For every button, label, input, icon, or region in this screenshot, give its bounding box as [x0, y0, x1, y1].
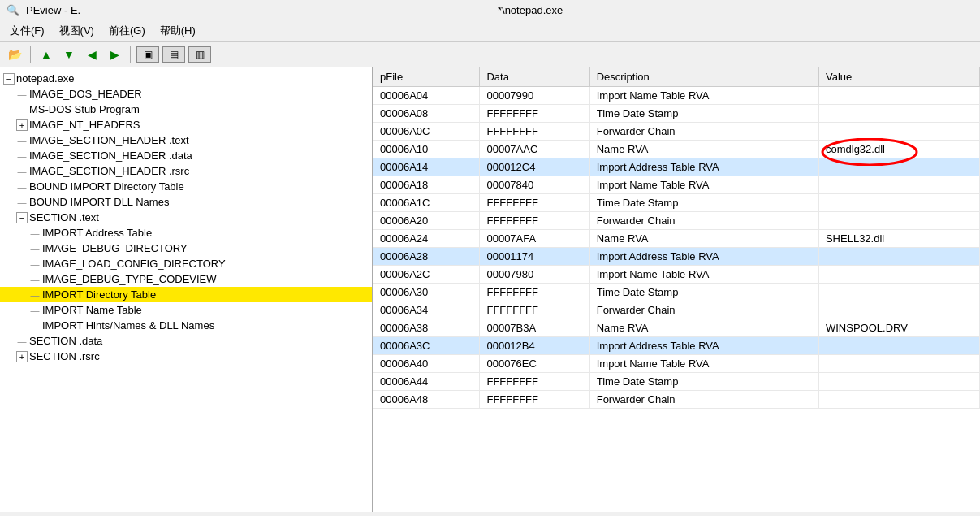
- menu-item-g[interactable]: 前往(G): [102, 22, 152, 40]
- tree-label: IMPORT Hints/Names & DLL Names: [42, 319, 214, 332]
- cell-data: 000076EC: [480, 355, 589, 373]
- tree-dash: —: [16, 336, 28, 346]
- cell-value: [818, 158, 979, 176]
- cell-value: [818, 87, 979, 105]
- cell-value: SHELL32.dll: [818, 230, 979, 248]
- cell-pfile: 00006A3C: [373, 337, 480, 355]
- tree-label: IMAGE_SECTION_HEADER .text: [29, 134, 189, 146]
- table-row[interactable]: 00006A48FFFFFFFFForwarder Chain: [373, 391, 980, 409]
- tree-dash: —: [16, 182, 28, 192]
- menu-item-f[interactable]: 文件(F): [3, 22, 51, 40]
- cell-description: Forwarder Chain: [589, 123, 818, 141]
- table-row[interactable]: 00006A2400007AFAName RVASHELL32.dll: [373, 230, 980, 248]
- toolbar-up[interactable]: ▲: [37, 45, 56, 64]
- tree-item-image-debug-dir[interactable]: —IMAGE_DEBUG_DIRECTORY: [0, 241, 372, 256]
- toolbar-down[interactable]: ▼: [59, 45, 79, 64]
- cell-pfile: 00006A0C: [373, 123, 480, 141]
- expand-icon[interactable]: −: [16, 212, 28, 223]
- expand-icon[interactable]: +: [16, 351, 28, 362]
- menu-item-h[interactable]: 帮助(H): [153, 22, 202, 40]
- tree-item-msdos-stub[interactable]: —MS-DOS Stub Program: [0, 102, 372, 117]
- tree-item-dos-header[interactable]: —IMAGE_DOS_HEADER: [0, 86, 372, 102]
- toolbar-pane3[interactable]: ▥: [188, 46, 211, 63]
- tree-item-notepad[interactable]: −notepad.exe: [0, 71, 372, 86]
- tree-item-section-rsrc[interactable]: +SECTION .rsrc: [0, 349, 372, 364]
- table-row[interactable]: 00006A1800007840Import Name Table RVA: [373, 176, 980, 194]
- tree-item-import-name-table[interactable]: —IMPORT Name Table: [0, 302, 372, 318]
- cell-description: Forwarder Chain: [589, 212, 818, 230]
- tree-label: IMAGE_DEBUG_DIRECTORY: [42, 242, 188, 254]
- tree-item-nt-headers[interactable]: +IMAGE_NT_HEADERS: [0, 117, 372, 132]
- table-row[interactable]: 00006A40000076ECImport Name Table RVA: [373, 355, 980, 373]
- table-row[interactable]: 00006A30FFFFFFFFTime Date Stamp: [373, 284, 980, 301]
- table-panel: pFile Data Description Value 00006A04000…: [373, 67, 980, 512]
- tree-label: SECTION .text: [29, 211, 99, 223]
- tree-label: IMAGE_SECTION_HEADER .data: [29, 150, 192, 162]
- table-row[interactable]: 00006A3800007B3AName RVAWINSPOOL.DRV: [373, 319, 980, 337]
- tree-label: IMAGE_LOAD_CONFIG_DIRECTORY: [42, 258, 226, 270]
- table-row[interactable]: 00006A34FFFFFFFFForwarder Chain: [373, 301, 980, 319]
- tree-label: IMAGE_DEBUG_TYPE_CODEVIEW: [42, 273, 217, 285]
- cell-data: FFFFFFFF: [480, 301, 589, 319]
- col-value: Value: [818, 67, 979, 87]
- table-row[interactable]: 00006A14000012C4Import Address Table RVA: [373, 158, 980, 176]
- tree-item-section-rsrc-hdr[interactable]: —IMAGE_SECTION_HEADER .rsrc: [0, 163, 372, 179]
- tree-item-image-debug-type[interactable]: —IMAGE_DEBUG_TYPE_CODEVIEW: [0, 271, 372, 287]
- cell-value: WINSPOOL.DRV: [818, 319, 979, 337]
- cell-description: Forwarder Chain: [589, 391, 818, 409]
- table-row[interactable]: 00006A44FFFFFFFFTime Date Stamp: [373, 373, 980, 391]
- tree-item-section-data[interactable]: —SECTION .data: [0, 333, 372, 349]
- cell-pfile: 00006A10: [373, 141, 480, 158]
- cell-pfile: 00006A34: [373, 301, 480, 319]
- tree-item-bound-import-dll[interactable]: —BOUND IMPORT DLL Names: [0, 194, 372, 210]
- tree-item-section-text-hdr[interactable]: —IMAGE_SECTION_HEADER .text: [0, 132, 372, 148]
- toolbar-forward[interactable]: ▶: [105, 45, 124, 64]
- tree-panel: −notepad.exe—IMAGE_DOS_HEADER—MS-DOS Stu…: [0, 67, 373, 512]
- toolbar-open[interactable]: 📂: [5, 45, 24, 64]
- cell-pfile: 00006A30: [373, 284, 480, 301]
- cell-pfile: 00006A04: [373, 87, 480, 105]
- table-row[interactable]: 00006A2C00007980Import Name Table RVA: [373, 266, 980, 284]
- cell-value: [818, 248, 979, 266]
- table-row[interactable]: 00006A0CFFFFFFFFForwarder Chain: [373, 123, 980, 141]
- table-row[interactable]: 00006A3C000012B4Import Address Table RVA: [373, 337, 980, 355]
- toolbar-back[interactable]: ◀: [82, 45, 101, 64]
- tree-item-import-addr-table[interactable]: —IMPORT Address Table: [0, 225, 372, 241]
- table-row[interactable]: 00006A1CFFFFFFFFTime Date Stamp: [373, 194, 980, 212]
- cell-value: [818, 284, 979, 301]
- menu-item-v[interactable]: 视图(V): [53, 22, 101, 40]
- cell-value: [818, 391, 979, 409]
- cell-description: Name RVA: [589, 230, 818, 248]
- cell-pfile: 00006A48: [373, 391, 480, 409]
- cell-data: 00007AAC: [480, 141, 589, 158]
- tree-dash: —: [29, 228, 41, 238]
- expand-icon[interactable]: −: [3, 73, 15, 85]
- cell-pfile: 00006A18: [373, 176, 480, 194]
- tree-item-section-data-hdr[interactable]: —IMAGE_SECTION_HEADER .data: [0, 148, 372, 163]
- table-row[interactable]: 00006A20FFFFFFFFForwarder Chain: [373, 212, 980, 230]
- table-row[interactable]: 00006A0400007990Import Name Table RVA: [373, 87, 980, 105]
- cell-data: 000012B4: [480, 337, 589, 355]
- tree-dash: —: [16, 105, 28, 115]
- toolbar-pane2[interactable]: ▤: [162, 46, 185, 63]
- tree-item-import-hints[interactable]: —IMPORT Hints/Names & DLL Names: [0, 318, 372, 333]
- menu-bar: 文件(F)视图(V)前往(G)帮助(H): [0, 20, 980, 42]
- cell-description: Name RVA: [589, 141, 818, 158]
- tree-dash: —: [16, 197, 28, 207]
- tree-item-bound-import-dir[interactable]: —BOUND IMPORT Directory Table: [0, 179, 372, 194]
- table-row[interactable]: 00006A1000007AACName RVAcomdlg32.dll: [373, 141, 980, 158]
- tree-dash: —: [16, 136, 28, 145]
- expand-icon[interactable]: +: [16, 119, 28, 131]
- table-row[interactable]: 00006A2800001174Import Address Table RVA: [373, 248, 980, 266]
- tree-item-import-dir-table[interactable]: —IMPORT Directory Table: [0, 287, 372, 302]
- table-row[interactable]: 00006A08FFFFFFFFTime Date Stamp: [373, 105, 980, 123]
- tree-dash: —: [29, 275, 41, 284]
- col-description: Description: [589, 67, 818, 87]
- tree-item-image-load-config[interactable]: —IMAGE_LOAD_CONFIG_DIRECTORY: [0, 256, 372, 271]
- toolbar-pane1[interactable]: ▣: [136, 46, 159, 63]
- tree-item-section-text[interactable]: −SECTION .text: [0, 210, 372, 225]
- cell-pfile: 00006A38: [373, 319, 480, 337]
- tree-dash: —: [29, 290, 41, 300]
- cell-value: [818, 301, 979, 319]
- tree-dash: —: [29, 259, 41, 269]
